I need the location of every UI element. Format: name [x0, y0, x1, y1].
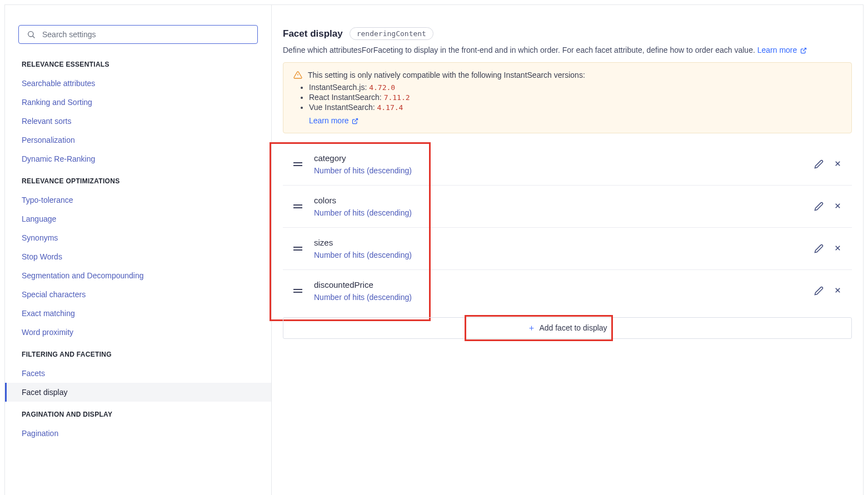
drag-handle-icon[interactable]: [291, 204, 305, 209]
sidebar-item[interactable]: Special characters: [18, 285, 258, 304]
drag-handle-icon[interactable]: [291, 246, 305, 252]
page-title: Facet display: [283, 28, 343, 39]
facet-sort-label: Number of hits (descending): [314, 208, 814, 217]
sidebar-item[interactable]: Facet display: [5, 383, 271, 402]
search-input[interactable]: [42, 30, 250, 39]
compat-lib-item: InstantSearch.js: 4.72.0: [309, 83, 841, 92]
learn-more-link[interactable]: Learn more: [757, 46, 807, 54]
compatibility-warning: This setting is only natively compatible…: [283, 62, 852, 133]
facet-row: discountedPrice Number of hits (descendi…: [283, 270, 852, 312]
close-icon[interactable]: [834, 244, 842, 253]
facet-row: category Number of hits (descending): [283, 143, 852, 186]
close-icon[interactable]: [834, 159, 842, 169]
search-settings-wrapper[interactable]: [18, 25, 258, 44]
facet-row: sizes Number of hits (descending): [283, 228, 852, 270]
section-heading: RELEVANCE ESSENTIALS: [18, 61, 258, 68]
facet-sort-label: Number of hits (descending): [314, 166, 814, 175]
page-description: Define which attributesForFaceting to di…: [283, 46, 852, 54]
svg-line-1: [33, 36, 34, 38]
edit-icon[interactable]: [814, 244, 824, 253]
external-link-icon: [352, 118, 358, 124]
close-icon[interactable]: [834, 286, 842, 296]
sidebar-item[interactable]: Searchable attributes: [18, 74, 258, 93]
warning-intro: This setting is only natively compatible…: [308, 71, 585, 79]
facet-list: category Number of hits (descending) col…: [283, 143, 852, 312]
edit-icon[interactable]: [814, 286, 824, 296]
svg-line-2: [803, 48, 806, 52]
sidebar-item[interactable]: Personalization: [18, 131, 258, 149]
search-icon: [27, 30, 36, 39]
sidebar-item[interactable]: Ranking and Sorting: [18, 93, 258, 112]
facet-name: category: [314, 153, 814, 163]
sidebar-item[interactable]: Relevant sorts: [18, 112, 258, 131]
compat-lib-item: React InstantSearch: 7.11.2: [309, 93, 841, 102]
sidebar-item[interactable]: Synonyms: [18, 228, 258, 247]
facet-name: sizes: [314, 238, 814, 247]
facet-sort-label: Number of hits (descending): [314, 293, 814, 302]
drag-handle-icon[interactable]: [291, 162, 305, 167]
section-heading: FILTERING AND FACETING: [18, 351, 258, 358]
facet-sort-label: Number of hits (descending): [314, 251, 814, 259]
facet-row: colors Number of hits (descending): [283, 186, 852, 228]
sidebar-item[interactable]: Dynamic Re-Ranking: [18, 149, 258, 168]
main-panel: Facet display renderingContent Define wh…: [272, 5, 863, 495]
sidebar-item[interactable]: Language: [18, 209, 258, 228]
facet-name: colors: [314, 196, 814, 205]
sidebar-item[interactable]: Exact matching: [18, 304, 258, 323]
drag-handle-icon[interactable]: [291, 288, 305, 294]
facet-name: discountedPrice: [314, 280, 814, 289]
sidebar-item[interactable]: Segmentation and Decompounding: [18, 266, 258, 285]
sidebar-nav: RELEVANCE ESSENTIALSSearchable attribute…: [18, 61, 258, 443]
settings-sidebar: RELEVANCE ESSENTIALSSearchable attribute…: [5, 5, 272, 495]
compat-lib-item: Vue InstantSearch: 4.17.4: [309, 103, 841, 112]
edit-icon[interactable]: [814, 202, 824, 211]
plus-icon: ＋: [527, 323, 536, 332]
sidebar-item[interactable]: Typo-tolerance: [18, 191, 258, 209]
sidebar-item[interactable]: Word proximity: [18, 323, 258, 342]
add-facet-button[interactable]: ＋Add facet to display: [283, 317, 852, 339]
sidebar-item[interactable]: Pagination: [18, 424, 258, 443]
external-link-icon: [800, 47, 807, 54]
section-heading: PAGINATION AND DISPLAY: [18, 411, 258, 418]
warning-icon: [293, 71, 302, 79]
sidebar-item[interactable]: Facets: [18, 364, 258, 383]
svg-line-5: [355, 119, 358, 122]
edit-icon[interactable]: [814, 159, 824, 169]
warning-learn-more-link[interactable]: Learn more: [309, 116, 358, 125]
section-heading: RELEVANCE OPTIMIZATIONS: [18, 177, 258, 185]
setting-code-name: renderingContent: [350, 27, 433, 40]
sidebar-item[interactable]: Stop Words: [18, 247, 258, 266]
close-icon[interactable]: [834, 202, 842, 211]
